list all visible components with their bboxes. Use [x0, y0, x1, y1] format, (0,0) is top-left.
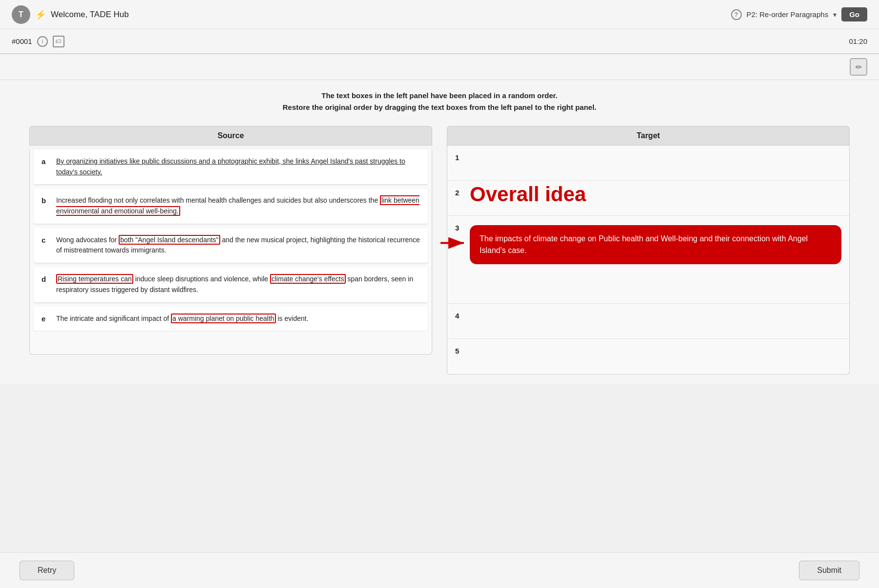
source-text-e: The intricate and significant impact of …: [56, 314, 420, 324]
main-content: Source a By organizing initiatives like …: [0, 121, 879, 384]
source-panel-header: Source: [29, 126, 432, 146]
target-item-3[interactable]: 3: [447, 216, 849, 304]
boxed-phrase-d: Rising temperatures can: [56, 274, 133, 284]
header-right: ? P2: Re-order Paragraphs ▾ Go: [731, 7, 867, 21]
instruction-line2: Restore the original order by dragging t…: [283, 103, 597, 111]
info-icon[interactable]: i: [37, 36, 48, 47]
target-item-2[interactable]: 2 Overall idea: [447, 181, 849, 216]
boxed-phrase-b: link between environmental and emotional…: [56, 195, 419, 216]
target-panel-body: 1 2 Overall idea 3: [447, 146, 850, 375]
tag-icon[interactable]: 🏷: [53, 36, 64, 47]
source-item-d[interactable]: d Rising temperatures can induce sleep d…: [34, 267, 428, 302]
overall-idea-box: The impacts of climate change on Public …: [470, 225, 841, 264]
phase-label: P2: Re-order Paragraphs: [747, 10, 829, 19]
sub-header: #0001 i 🏷 01:20: [0, 29, 879, 54]
target-label-5: 5: [455, 346, 464, 355]
panels-container: Source a By organizing initiatives like …: [29, 126, 850, 375]
avatar: T: [12, 5, 30, 24]
instruction-line1: The text boxes in the left panel have be…: [321, 91, 557, 100]
boxed-phrase-c: both "Angel Island descendants": [119, 235, 220, 245]
sub-header-left: #0001 i 🏷: [12, 36, 64, 47]
source-item-b[interactable]: b Increased flooding not only correlates…: [34, 189, 428, 224]
overall-idea-title: Overall idea: [470, 183, 841, 206]
header-title: Welcome, TADE Hub: [51, 10, 129, 20]
target-label-2: 2: [455, 188, 464, 197]
boxed-phrase-e: a warming planet on public health: [171, 314, 276, 323]
boxed-phrase-d2: climate change's effects: [270, 274, 346, 284]
source-panel: Source a By organizing initiatives like …: [29, 126, 432, 355]
timer: 01:20: [849, 37, 867, 45]
source-label-b: b: [42, 195, 50, 205]
source-text-c: Wong advocates for both "Angel Island de…: [56, 235, 420, 256]
source-text-b: Increased flooding not only correlates w…: [56, 195, 420, 216]
source-panel-body: a By organizing initiatives like public …: [29, 149, 432, 355]
target-panel-header: Target: [447, 126, 850, 146]
retry-button[interactable]: Retry: [20, 561, 74, 580]
target-label-3: 3: [455, 223, 464, 232]
submit-button[interactable]: Submit: [799, 561, 859, 580]
target-item-1[interactable]: 1: [447, 146, 849, 181]
source-item-e[interactable]: e The intricate and significant impact o…: [34, 307, 428, 331]
target-label-1: 1: [455, 152, 464, 162]
target-panel: Target 1 2 Overall idea: [447, 126, 850, 375]
source-text-a: By organizing initiatives like public di…: [56, 156, 420, 177]
source-label-e: e: [42, 314, 50, 323]
edit-icon-button[interactable]: ✏: [850, 58, 867, 76]
target-label-4: 4: [455, 311, 464, 320]
footer: Retry Submit: [0, 552, 879, 588]
bolt-icon: ⚡: [35, 9, 46, 20]
source-label-a: a: [42, 156, 50, 166]
source-label-c: c: [42, 235, 50, 244]
source-text-d: Rising temperatures can induce sleep dis…: [56, 274, 420, 295]
target-item-4[interactable]: 4: [447, 304, 849, 339]
source-item-a[interactable]: a By organizing initiatives like public …: [34, 149, 428, 185]
arrow-container: [440, 233, 468, 254]
help-icon[interactable]: ?: [731, 9, 742, 20]
chevron-down-icon[interactable]: ▾: [833, 11, 837, 19]
header: T ⚡ Welcome, TADE Hub ? P2: Re-order Par…: [0, 0, 879, 29]
header-left: T ⚡ Welcome, TADE Hub: [12, 5, 129, 24]
instructions: The text boxes in the left panel have be…: [0, 80, 879, 121]
target-drop-zone-3[interactable]: The impacts of climate change on Public …: [470, 223, 841, 264]
red-arrow-svg: [440, 233, 468, 252]
target-item-5[interactable]: 5: [447, 339, 849, 374]
go-button[interactable]: Go: [841, 7, 867, 21]
item-id: #0001: [12, 37, 32, 45]
source-item-c[interactable]: c Wong advocates for both "Angel Island …: [34, 228, 428, 263]
toolbar-row: ✏: [0, 54, 879, 80]
source-label-d: d: [42, 274, 50, 283]
